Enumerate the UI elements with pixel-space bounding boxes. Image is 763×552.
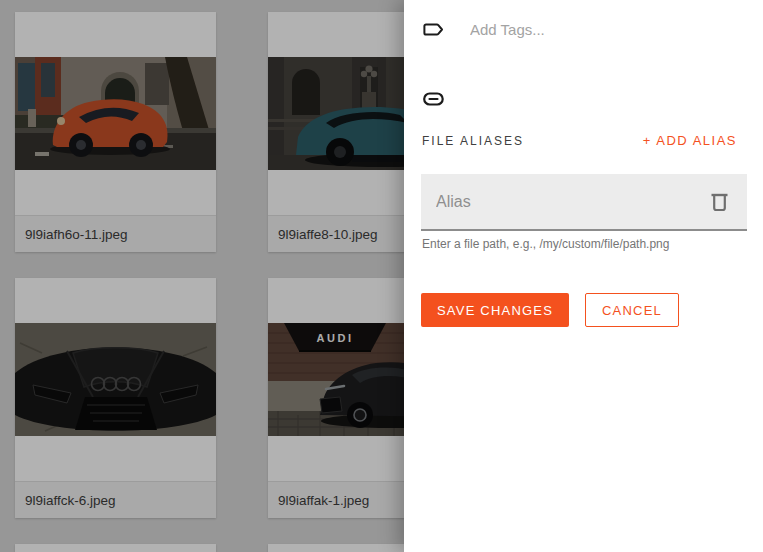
delete-alias-button[interactable] [708,189,731,214]
alias-field [421,174,747,231]
file-aliases-heading: FILE ALIASES [422,134,524,148]
tag-icon [423,19,444,40]
link-row [423,92,444,110]
trash-icon [710,191,729,212]
alias-helper-text: Enter a file path, e.g., /my/custom/file… [422,237,669,251]
add-tags-input[interactable] [470,21,690,38]
cancel-button[interactable]: CANCEL [585,293,679,327]
add-alias-button[interactable]: + ADD ALIAS [643,133,737,148]
alias-input[interactable] [421,193,681,211]
save-changes-button[interactable]: SAVE CHANGES [421,293,569,327]
dialog-actions: SAVE CHANGES CANCEL [421,293,679,327]
link-icon [423,92,444,106]
file-properties-panel: FILE ALIASES + ADD ALIAS Enter a file pa… [404,0,763,552]
